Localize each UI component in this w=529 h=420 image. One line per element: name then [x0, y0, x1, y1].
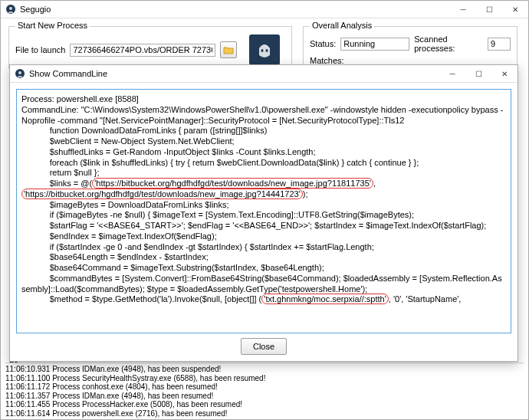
svg-point-6	[18, 71, 21, 74]
maximize-button[interactable]: ☐	[476, 1, 502, 18]
group-legend: Start New Process	[15, 21, 90, 30]
log-area: 11:06:10.931 Process IDMan.exe (4948), h…	[5, 363, 524, 418]
dialog-close-button[interactable]: ✕	[491, 65, 518, 82]
highlighted-url: 'https://bitbucket.org/hgdfhdfgd/test/do…	[92, 178, 373, 189]
svg-point-4	[266, 49, 268, 52]
start-new-process-group: Start New Process File to launch Command…	[8, 26, 292, 69]
dialog-titlebar: Show CommandLine ─ ☐ ✕	[10, 65, 518, 83]
log-line: 11:06:11.614 Process powershell.exe (271…	[5, 409, 524, 418]
folder-icon	[223, 45, 234, 54]
status-value[interactable]	[340, 38, 409, 51]
app-icon	[5, 4, 16, 15]
commandline-text[interactable]: Process: powershell.exe [8588] CommandLi…	[16, 89, 511, 333]
close-button[interactable]: Close	[241, 338, 287, 355]
log-line: 11:06:11.100 Process SecurityHealthSystr…	[5, 374, 524, 383]
status-label: Status:	[310, 39, 336, 48]
group-legend: Overall Analysis	[310, 21, 374, 30]
log-line: 11:06:10.931 Process IDMan.exe (4948), h…	[5, 365, 524, 374]
svg-point-1	[9, 7, 12, 10]
log-line: 11:06:11.455 Process ProcessHacker.exe (…	[5, 400, 524, 409]
main-title: Segugio	[20, 5, 51, 14]
svg-point-3	[261, 49, 264, 52]
browse-button[interactable]	[220, 41, 237, 58]
scanned-label: Scanned processes:	[414, 34, 483, 53]
file-to-launch-input[interactable]	[70, 44, 215, 57]
log-line: 11:06:11.357 Process IDMan.exe (4948), h…	[5, 392, 524, 401]
scanned-value[interactable]	[488, 38, 511, 51]
main-titlebar: Segugio ─ ☐ ✕	[1, 1, 528, 18]
highlighted-url: 'txt.ghnmkng/moc.serpxia//:sptth'	[261, 294, 389, 304]
dialog-minimize-button[interactable]: ─	[439, 65, 465, 82]
file-to-launch-label: File to launch	[15, 45, 65, 54]
minimize-button[interactable]: ─	[450, 1, 476, 18]
close-button[interactable]: ✕	[502, 1, 528, 18]
dialog-title: Show CommandLine	[29, 69, 107, 78]
highlighted-url: 'https://bitbucket.org/hgdfhdfgd/test/do…	[21, 189, 303, 199]
dialog-body: Process: powershell.exe [8588] CommandLi…	[10, 83, 518, 361]
dialog-maximize-button[interactable]: ☐	[465, 65, 491, 82]
overall-analysis-group: Overall Analysis Status: Scanned process…	[303, 26, 518, 69]
app-icon	[15, 68, 25, 79]
log-line: 11:06:11.172 Process conhost.exe (4804),…	[5, 382, 524, 392]
commandline-dialog: Show CommandLine ─ ☐ ✕ Process: powershe…	[9, 64, 518, 362]
segugio-avatar	[249, 34, 280, 65]
